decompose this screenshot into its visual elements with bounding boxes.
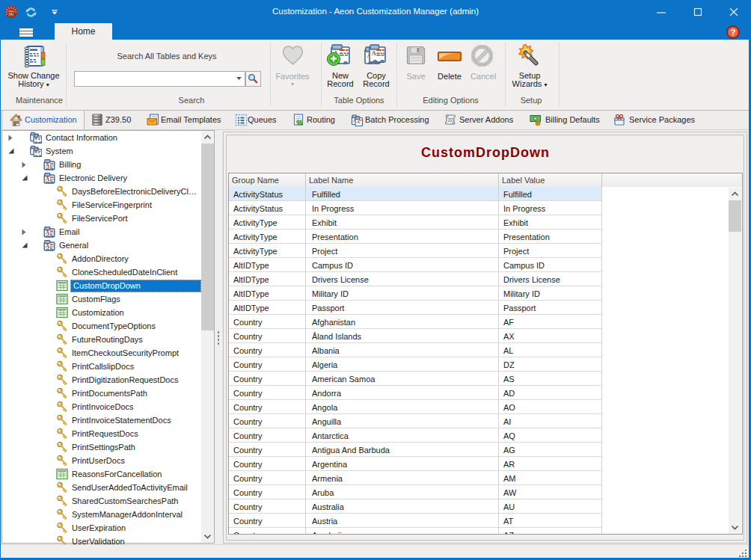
svg-text:A: A <box>372 49 377 57</box>
svg-text:?: ? <box>730 28 735 37</box>
